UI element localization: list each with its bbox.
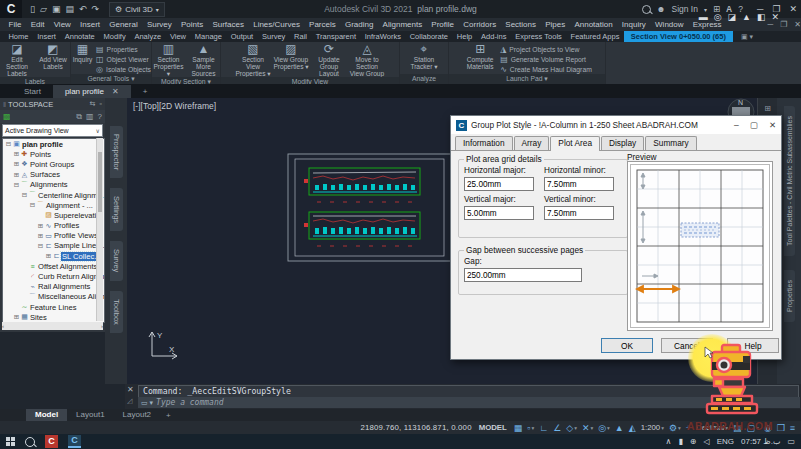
customization-icon[interactable]: ≡	[790, 423, 795, 433]
tab-manage[interactable]: Manage	[190, 32, 226, 41]
sample-more-sources-button[interactable]: ▲Sample More Sources	[187, 43, 220, 77]
expand-icon[interactable]: ⊞	[37, 222, 44, 230]
tab-section-view-contextual[interactable]: Section View 0+050.00 (65)	[624, 31, 733, 42]
toolspace-tab-settings[interactable]: Settings	[110, 188, 123, 231]
polar-tracking-icon[interactable]: ∠	[553, 423, 561, 433]
view-selector-dropdown[interactable]: Active Drawing View ∨	[2, 124, 103, 137]
expand-icon[interactable]: ⊟	[21, 191, 28, 199]
tree-item-miscellaneous-align[interactable]: ⌒Miscellaneous Align...	[3, 292, 104, 302]
expand-icon[interactable]: ⊞	[13, 150, 20, 158]
tab-express-tools[interactable]: Express Tools	[511, 32, 566, 41]
doc-close-button[interactable]: ✕	[794, 20, 801, 29]
panel-title[interactable]: Launch Pad ▾	[449, 74, 605, 84]
menu-alignments[interactable]: Alignments	[378, 20, 427, 29]
move-to-section-view-group-button[interactable]: ◬Move to Section View Group	[349, 43, 385, 77]
tree-item-profile-views[interactable]: ⊞▭Profile Views	[3, 231, 104, 241]
plot-icon[interactable]: ▤	[65, 4, 74, 14]
expand-icon[interactable]: ⊟	[37, 242, 44, 250]
redo-icon[interactable]: ↷	[91, 4, 99, 14]
object-viewer-button[interactable]: ◫Object Viewer	[96, 55, 151, 64]
expand-icon[interactable]: ⊞	[13, 160, 20, 168]
civil3d-app-icon[interactable]: C	[68, 435, 81, 448]
menu-parcels[interactable]: Parcels	[304, 20, 340, 29]
project-objects-to-view-button[interactable]: ◮Project Objects to View	[500, 45, 592, 54]
tab-collaborate[interactable]: Collaborate	[405, 32, 452, 41]
expand-icon[interactable]: ⊞	[37, 232, 44, 240]
gap-input[interactable]	[464, 268, 582, 282]
expand-icon[interactable]: ⊟	[5, 140, 12, 148]
zoom-tool-icon[interactable]: ◪	[728, 12, 737, 22]
isolate-objects-icon[interactable]: ◉	[764, 423, 772, 433]
menu-annotation[interactable]: Annotation	[570, 20, 617, 29]
expand-icon[interactable]: ⊞	[13, 313, 20, 321]
annotation-scale-button[interactable]: 1:200▾	[641, 423, 664, 432]
windows-start-button[interactable]	[6, 437, 15, 446]
tab-insert[interactable]: Insert	[33, 32, 61, 41]
tab-view[interactable]: View	[166, 32, 191, 41]
qnew-icon[interactable]: ▯	[30, 4, 35, 14]
create-mass-haul-diagram-button[interactable]: ∿Create Mass Haul Diagram	[500, 65, 592, 74]
command-close-icon[interactable]: ✕	[127, 385, 134, 394]
tree-item-offset-alignments[interactable]: ≡Offset Alignments	[3, 261, 104, 271]
menu-points[interactable]: Points	[176, 20, 207, 29]
ok-button[interactable]: OK	[601, 338, 653, 353]
vertical-major-input[interactable]	[464, 206, 534, 220]
menu-inquiry[interactable]: Inquiry	[617, 20, 650, 29]
tree-horizontal-scrollbar[interactable]: ‹›	[2, 322, 103, 330]
tab-survey[interactable]: Survey	[258, 32, 290, 41]
panel-title[interactable]: Modify View	[221, 77, 399, 84]
toolspace-tab-toolbox[interactable]: Toolbox	[110, 291, 123, 333]
app-menu-button[interactable]: C	[0, 0, 22, 18]
palette-properties-icon[interactable]: ▫	[100, 100, 102, 108]
panorama-icon[interactable]: ▥	[86, 112, 94, 122]
tab-output[interactable]: Output	[226, 32, 257, 41]
volume-icon[interactable]: ◁	[704, 437, 710, 446]
signin-button[interactable]: Sign In	[672, 4, 698, 14]
undo-icon[interactable]: ↶	[79, 4, 87, 14]
open-icon[interactable]: ▱	[40, 4, 47, 14]
autocad-app-icon[interactable]: C	[45, 435, 58, 448]
taskbar-search-icon[interactable]	[25, 437, 35, 447]
tree-item-profiles[interactable]: ⊞∿Profiles	[3, 221, 104, 231]
panel-title[interactable]: General Tools ▾	[71, 74, 151, 84]
menu-corridors[interactable]: Corridors	[459, 20, 501, 29]
sheet-tool-icon[interactable]: ◧	[757, 12, 766, 22]
units-button[interactable]: Decimal▾	[696, 423, 728, 432]
properties-button[interactable]: ▤Properties	[96, 45, 151, 54]
quick-properties-icon[interactable]: ▤	[733, 423, 742, 433]
orbit-tool-icon[interactable]: ▲	[742, 12, 751, 22]
annotation-visibility-icon[interactable]: ▲	[615, 423, 624, 433]
tree-item-plan-profile[interactable]: ⊟▣plan profile	[3, 139, 104, 149]
command-grip-icon[interactable]: ◿	[127, 397, 132, 405]
auto-hide-icon[interactable]: ⇆	[90, 100, 96, 108]
tree-item-alignments[interactable]: ⊟⌒Alignments	[3, 180, 104, 190]
expand-icon[interactable]: ⊞	[45, 252, 52, 260]
add-view-labels-button[interactable]: ◩Add View Labels	[36, 43, 70, 70]
isometric-drafting-icon[interactable]: ◇▾	[566, 423, 577, 433]
open-drawing-icon[interactable]: ▩	[3, 112, 11, 121]
tab-transparent[interactable]: Transparent	[311, 32, 360, 41]
annotation-monitor-icon[interactable]: +	[686, 423, 691, 433]
object-snap-icon[interactable]: ◎▾	[598, 423, 610, 433]
grid-display-icon[interactable]: ▦	[514, 423, 523, 433]
menu-window[interactable]: Window	[650, 20, 688, 29]
new-drawing-tab-button[interactable]: +	[139, 85, 152, 98]
palette-grip[interactable]: ‖	[3, 100, 6, 109]
tree-item-rail-alignments[interactable]: ⌁Rail Alignments	[3, 282, 104, 292]
menu-sections[interactable]: Sections	[501, 20, 541, 29]
horizontal-minor-input[interactable]	[544, 177, 614, 191]
dialog-tab-summary[interactable]: Summary	[645, 136, 697, 150]
menu-surfaces[interactable]: Surfaces	[208, 20, 249, 29]
tab-start[interactable]: Start	[12, 85, 53, 98]
menu-survey[interactable]: Survey	[142, 20, 176, 29]
menu-view[interactable]: View	[49, 20, 75, 29]
tab-analyze[interactable]: Analyze	[130, 32, 165, 41]
viewport-controls[interactable]: [-][Top][2D Wireframe]	[133, 101, 216, 111]
close-mini-icon[interactable]: ✕	[771, 12, 779, 22]
hardware-acceleration-icon[interactable]: ▢▾	[747, 423, 759, 433]
tree-item-sites[interactable]: ⊞▦Sites	[3, 312, 104, 322]
expand-icon[interactable]: ⊟	[13, 181, 20, 189]
ribbon-state-icon[interactable]: ▣ ▾	[741, 33, 753, 41]
tree-item-sample-line[interactable]: ⊟⊏Sample Line ...	[3, 241, 104, 251]
tree-item-curb-return-alignm[interactable]: ◜Curb Return Alignm...	[3, 271, 104, 281]
